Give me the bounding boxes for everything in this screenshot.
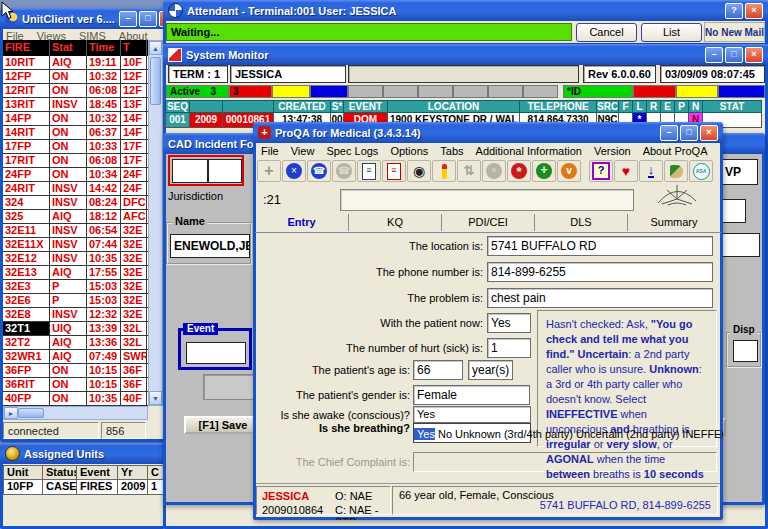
- unit-row[interactable]: 32E8INSV12:3232E3: [3, 308, 161, 322]
- unit-row[interactable]: 17FPON10:3317F1: [3, 140, 161, 154]
- hand-icon[interactable]: [664, 160, 688, 182]
- unit-row[interactable]: 17RITON06:0817F1: [3, 154, 161, 168]
- unit-row[interactable]: 12FPON10:3212F1: [3, 70, 161, 84]
- recycle-icon[interactable]: +: [532, 160, 556, 182]
- maximize-icon[interactable]: □: [680, 125, 698, 141]
- with-patient-field[interactable]: Yes: [487, 313, 531, 333]
- unit-row[interactable]: 32E11XINSV07:4432E3: [3, 238, 161, 252]
- number-hurt-field[interactable]: 1: [487, 338, 531, 358]
- unit-row[interactable]: 36RITON10:1536F3: [3, 378, 161, 392]
- phone-field[interactable]: 814-899-6255: [487, 262, 713, 282]
- age-unit-field[interactable]: year(s): [468, 360, 513, 380]
- unit-row[interactable]: 32E11INSV06:5432E3: [3, 224, 161, 238]
- scroll-right-icon[interactable]: ►: [4, 407, 18, 419]
- unit-row[interactable]: 14RITON06:3714F1: [3, 126, 161, 140]
- unit-row[interactable]: 324INSV08:24DFC3: [3, 196, 161, 210]
- report-red-icon[interactable]: ≡: [382, 160, 406, 182]
- system-monitor-titlebar[interactable]: System Monitor – □ ×: [163, 44, 768, 65]
- dropdown-option[interactable]: INEFFECTIVE/AGONAL: [679, 428, 723, 440]
- horizontal-scrollbar[interactable]: ◄ ►: [3, 406, 148, 420]
- download-icon[interactable]: ↓: [639, 160, 663, 182]
- help-icon[interactable]: ?: [589, 160, 613, 182]
- proqa-menu-options[interactable]: Options: [390, 145, 428, 157]
- tab-entry[interactable]: Entry: [255, 214, 348, 231]
- heart-icon[interactable]: ♥: [614, 160, 638, 182]
- asa-icon[interactable]: ASA: [689, 160, 713, 182]
- proqa-menu-view[interactable]: View: [291, 145, 315, 157]
- tab-dls[interactable]: DLS: [534, 214, 627, 231]
- message-input[interactable]: [340, 189, 634, 211]
- unit-row[interactable]: 32T2AIQ13:3632L3: [3, 336, 161, 350]
- unit-row[interactable]: 32E13AIQ17:5532E3: [3, 266, 161, 280]
- proqa-menu-spec-logs[interactable]: Spec Logs: [326, 145, 378, 157]
- unit-row[interactable]: 32WR1AIQ07:49SWR3: [3, 350, 161, 364]
- proqa-menu-version[interactable]: Version: [594, 145, 631, 157]
- unit-row[interactable]: 24FPON10:3424F2: [3, 168, 161, 182]
- unit-row[interactable]: 24RITINSV14:4224F2: [3, 182, 161, 196]
- vertical-scrollbar[interactable]: ▲ ▼: [148, 40, 163, 406]
- phone-disabled-icon[interactable]: ☎: [332, 160, 356, 182]
- unit-row[interactable]: 40FPON10:3540F4: [3, 392, 161, 406]
- phone-icon[interactable]: ☎: [307, 160, 331, 182]
- age-field[interactable]: 66: [413, 360, 463, 380]
- proqa-menu-tabs[interactable]: Tabs: [440, 145, 463, 157]
- save-button[interactable]: [F1] Save: [184, 416, 262, 434]
- sort-icon[interactable]: ⇅: [457, 160, 481, 182]
- torch-icon[interactable]: [432, 160, 456, 182]
- close-icon[interactable]: ×: [745, 47, 763, 63]
- medal-icon[interactable]: v: [557, 160, 581, 182]
- cancel-icon[interactable]: ×: [482, 160, 506, 182]
- close-icon[interactable]: ×: [745, 3, 763, 19]
- proqa-menu-file[interactable]: File: [261, 145, 279, 157]
- minimize-icon[interactable]: –: [705, 47, 723, 63]
- unit-row[interactable]: 36FPON10:1536F3: [3, 364, 161, 378]
- proqa-titlebar[interactable]: ProQA for Medical (3.4.3.14) – □ ×: [253, 122, 723, 143]
- unit-row[interactable]: 325AIQ18:12AFC3: [3, 210, 161, 224]
- dropdown-option[interactable]: No: [435, 428, 452, 440]
- tab-kq[interactable]: KQ: [348, 214, 441, 231]
- problem-field[interactable]: chest pain: [487, 288, 713, 308]
- unit-row[interactable]: 32E6P15:0332E3: [3, 294, 161, 308]
- minimize-icon[interactable]: –: [660, 125, 678, 141]
- priority-field-1[interactable]: [172, 159, 208, 183]
- list-button[interactable]: List: [641, 23, 702, 42]
- proqa-menu-additional-information[interactable]: Additional Information: [476, 145, 582, 157]
- location-field[interactable]: 5741 BUFFALO RD: [487, 236, 713, 256]
- scroll-up-icon[interactable]: ▲: [149, 41, 162, 55]
- report-icon[interactable]: ≡: [357, 160, 381, 182]
- cancel-button[interactable]: Cancel: [576, 23, 637, 42]
- help-icon[interactable]: ?: [725, 3, 743, 19]
- minimize-icon[interactable]: –: [119, 11, 137, 27]
- fan-red-icon[interactable]: *: [507, 160, 531, 182]
- disp-field[interactable]: [733, 340, 758, 362]
- scroll-thumb[interactable]: [18, 408, 44, 418]
- unit-row[interactable]: 14FPON10:3214F1: [3, 112, 161, 126]
- dropdown-option[interactable]: Uncertain (2nd party): [573, 428, 679, 440]
- unitclient-titlebar[interactable]: UnitClient ver 6.... – □ ×: [0, 8, 166, 29]
- add-icon[interactable]: +: [257, 160, 281, 182]
- maximize-icon[interactable]: □: [725, 47, 743, 63]
- maximize-icon[interactable]: □: [139, 11, 157, 27]
- unit-row[interactable]: 32E12INSV10:3532E3: [3, 252, 161, 266]
- attendant-titlebar[interactable]: Attendant - Terminal:001 User: JESSICA ?…: [163, 0, 768, 21]
- priority-field-2[interactable]: [208, 159, 242, 183]
- scroll-thumb[interactable]: [150, 57, 161, 105]
- close-icon[interactable]: ×: [700, 125, 718, 141]
- unit-row[interactable]: 12RITON06:0812F1: [3, 84, 161, 98]
- tab-pdi-cei[interactable]: PDI/CEI: [441, 214, 534, 231]
- unit-row[interactable]: 13RITINSV18:4513F1: [3, 98, 161, 112]
- awake-answer-field[interactable]: Yes: [413, 406, 531, 423]
- dropdown-option[interactable]: Unknown (3rd/4th party): [452, 428, 573, 440]
- gender-field[interactable]: Female: [413, 385, 530, 405]
- scroll-down-icon[interactable]: ▼: [149, 391, 162, 405]
- event-field[interactable]: [186, 342, 246, 364]
- tab-summary[interactable]: Summary: [627, 214, 720, 231]
- dropdown-option[interactable]: Yes: [414, 428, 435, 440]
- unit-row[interactable]: 10RITAIQ19:1110F1: [3, 56, 161, 70]
- unit-row[interactable]: 32E3P15:0332E3: [3, 280, 161, 294]
- proqa-menu-about-proqa[interactable]: About ProQA: [643, 145, 708, 157]
- name-field[interactable]: ENEWOLD,JES: [170, 234, 250, 258]
- record-icon[interactable]: ◉: [407, 160, 431, 182]
- unit-row[interactable]: 32T1UIQ13:3932L3: [3, 322, 161, 336]
- close-case-icon[interactable]: ×: [282, 160, 306, 182]
